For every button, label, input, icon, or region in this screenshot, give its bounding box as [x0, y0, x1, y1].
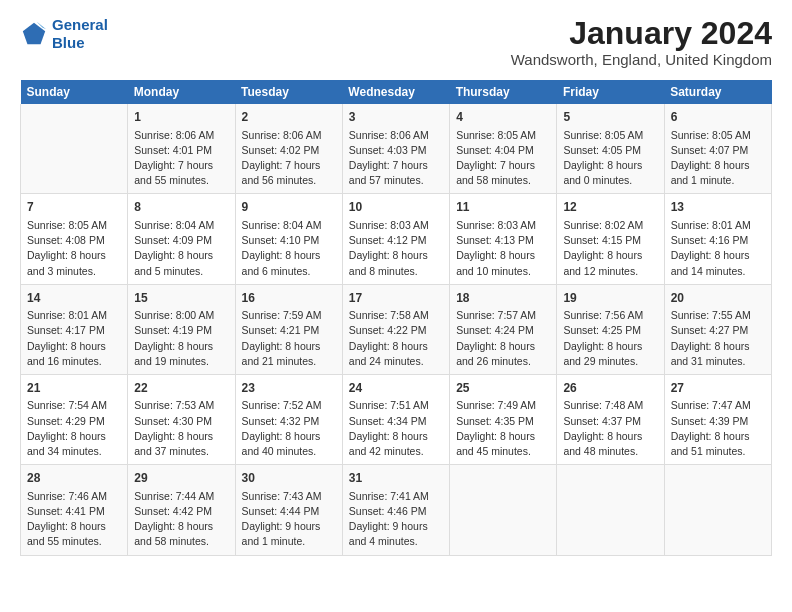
- calendar-cell: 10Sunrise: 8:03 AMSunset: 4:12 PMDayligh…: [342, 194, 449, 284]
- calendar-cell: 30Sunrise: 7:43 AMSunset: 4:44 PMDayligh…: [235, 465, 342, 555]
- day-number: 28: [27, 470, 121, 487]
- day-info: Sunrise: 8:03 AMSunset: 4:13 PMDaylight:…: [456, 218, 550, 279]
- day-info: Sunrise: 8:03 AMSunset: 4:12 PMDaylight:…: [349, 218, 443, 279]
- calendar-cell: 9Sunrise: 8:04 AMSunset: 4:10 PMDaylight…: [235, 194, 342, 284]
- day-number: 22: [134, 380, 228, 397]
- day-number: 4: [456, 109, 550, 126]
- calendar-cell: 8Sunrise: 8:04 AMSunset: 4:09 PMDaylight…: [128, 194, 235, 284]
- calendar-cell: 12Sunrise: 8:02 AMSunset: 4:15 PMDayligh…: [557, 194, 664, 284]
- day-number: 12: [563, 199, 657, 216]
- day-info: Sunrise: 7:46 AMSunset: 4:41 PMDaylight:…: [27, 489, 121, 550]
- day-info: Sunrise: 8:05 AMSunset: 4:04 PMDaylight:…: [456, 128, 550, 189]
- day-number: 19: [563, 290, 657, 307]
- day-number: 7: [27, 199, 121, 216]
- calendar-cell: 31Sunrise: 7:41 AMSunset: 4:46 PMDayligh…: [342, 465, 449, 555]
- calendar-subtitle: Wandsworth, England, United Kingdom: [511, 51, 772, 68]
- day-number: 20: [671, 290, 765, 307]
- calendar-cell: [664, 465, 771, 555]
- calendar-cell: 27Sunrise: 7:47 AMSunset: 4:39 PMDayligh…: [664, 374, 771, 464]
- calendar-cell: 25Sunrise: 7:49 AMSunset: 4:35 PMDayligh…: [450, 374, 557, 464]
- day-info: Sunrise: 8:01 AMSunset: 4:16 PMDaylight:…: [671, 218, 765, 279]
- day-number: 9: [242, 199, 336, 216]
- logo-line1: General: [52, 16, 108, 33]
- day-number: 10: [349, 199, 443, 216]
- day-info: Sunrise: 8:01 AMSunset: 4:17 PMDaylight:…: [27, 308, 121, 369]
- day-number: 11: [456, 199, 550, 216]
- day-info: Sunrise: 7:58 AMSunset: 4:22 PMDaylight:…: [349, 308, 443, 369]
- day-header-wednesday: Wednesday: [342, 80, 449, 104]
- page-header: General Blue January 2024 Wandsworth, En…: [20, 16, 772, 68]
- calendar-cell: 13Sunrise: 8:01 AMSunset: 4:16 PMDayligh…: [664, 194, 771, 284]
- day-number: 26: [563, 380, 657, 397]
- calendar-cell: 28Sunrise: 7:46 AMSunset: 4:41 PMDayligh…: [21, 465, 128, 555]
- day-number: 17: [349, 290, 443, 307]
- calendar-cell: 20Sunrise: 7:55 AMSunset: 4:27 PMDayligh…: [664, 284, 771, 374]
- calendar-week-row: 7Sunrise: 8:05 AMSunset: 4:08 PMDaylight…: [21, 194, 772, 284]
- day-number: 27: [671, 380, 765, 397]
- calendar-cell: 14Sunrise: 8:01 AMSunset: 4:17 PMDayligh…: [21, 284, 128, 374]
- calendar-cell: 15Sunrise: 8:00 AMSunset: 4:19 PMDayligh…: [128, 284, 235, 374]
- calendar-title: January 2024: [511, 16, 772, 51]
- logo-line2: Blue: [52, 34, 85, 51]
- day-number: 16: [242, 290, 336, 307]
- day-info: Sunrise: 8:06 AMSunset: 4:03 PMDaylight:…: [349, 128, 443, 189]
- day-info: Sunrise: 7:52 AMSunset: 4:32 PMDaylight:…: [242, 398, 336, 459]
- calendar-header-row: SundayMondayTuesdayWednesdayThursdayFrid…: [21, 80, 772, 104]
- calendar-week-row: 1Sunrise: 8:06 AMSunset: 4:01 PMDaylight…: [21, 104, 772, 194]
- calendar-cell: 21Sunrise: 7:54 AMSunset: 4:29 PMDayligh…: [21, 374, 128, 464]
- day-header-saturday: Saturday: [664, 80, 771, 104]
- day-info: Sunrise: 8:06 AMSunset: 4:01 PMDaylight:…: [134, 128, 228, 189]
- day-info: Sunrise: 8:02 AMSunset: 4:15 PMDaylight:…: [563, 218, 657, 279]
- day-info: Sunrise: 8:06 AMSunset: 4:02 PMDaylight:…: [242, 128, 336, 189]
- day-header-thursday: Thursday: [450, 80, 557, 104]
- calendar-cell: 7Sunrise: 8:05 AMSunset: 4:08 PMDaylight…: [21, 194, 128, 284]
- day-info: Sunrise: 8:05 AMSunset: 4:07 PMDaylight:…: [671, 128, 765, 189]
- day-info: Sunrise: 7:51 AMSunset: 4:34 PMDaylight:…: [349, 398, 443, 459]
- day-header-friday: Friday: [557, 80, 664, 104]
- day-number: 1: [134, 109, 228, 126]
- day-info: Sunrise: 7:47 AMSunset: 4:39 PMDaylight:…: [671, 398, 765, 459]
- day-header-monday: Monday: [128, 80, 235, 104]
- calendar-cell: 5Sunrise: 8:05 AMSunset: 4:05 PMDaylight…: [557, 104, 664, 194]
- day-header-tuesday: Tuesday: [235, 80, 342, 104]
- day-info: Sunrise: 7:57 AMSunset: 4:24 PMDaylight:…: [456, 308, 550, 369]
- calendar-week-row: 21Sunrise: 7:54 AMSunset: 4:29 PMDayligh…: [21, 374, 772, 464]
- day-number: 5: [563, 109, 657, 126]
- calendar-week-row: 28Sunrise: 7:46 AMSunset: 4:41 PMDayligh…: [21, 465, 772, 555]
- page-container: General Blue January 2024 Wandsworth, En…: [0, 0, 792, 566]
- calendar-cell: [21, 104, 128, 194]
- calendar-cell: 11Sunrise: 8:03 AMSunset: 4:13 PMDayligh…: [450, 194, 557, 284]
- day-number: 21: [27, 380, 121, 397]
- day-number: 18: [456, 290, 550, 307]
- calendar-cell: 18Sunrise: 7:57 AMSunset: 4:24 PMDayligh…: [450, 284, 557, 374]
- day-info: Sunrise: 7:55 AMSunset: 4:27 PMDaylight:…: [671, 308, 765, 369]
- calendar-cell: 24Sunrise: 7:51 AMSunset: 4:34 PMDayligh…: [342, 374, 449, 464]
- calendar-cell: 22Sunrise: 7:53 AMSunset: 4:30 PMDayligh…: [128, 374, 235, 464]
- calendar-cell: 3Sunrise: 8:06 AMSunset: 4:03 PMDaylight…: [342, 104, 449, 194]
- day-number: 3: [349, 109, 443, 126]
- calendar-cell: 19Sunrise: 7:56 AMSunset: 4:25 PMDayligh…: [557, 284, 664, 374]
- calendar-cell: 17Sunrise: 7:58 AMSunset: 4:22 PMDayligh…: [342, 284, 449, 374]
- day-number: 25: [456, 380, 550, 397]
- calendar-cell: 26Sunrise: 7:48 AMSunset: 4:37 PMDayligh…: [557, 374, 664, 464]
- day-number: 31: [349, 470, 443, 487]
- calendar-week-row: 14Sunrise: 8:01 AMSunset: 4:17 PMDayligh…: [21, 284, 772, 374]
- day-info: Sunrise: 8:05 AMSunset: 4:08 PMDaylight:…: [27, 218, 121, 279]
- calendar-cell: [450, 465, 557, 555]
- calendar-cell: 1Sunrise: 8:06 AMSunset: 4:01 PMDaylight…: [128, 104, 235, 194]
- day-number: 30: [242, 470, 336, 487]
- day-info: Sunrise: 8:04 AMSunset: 4:09 PMDaylight:…: [134, 218, 228, 279]
- calendar-cell: [557, 465, 664, 555]
- calendar-cell: 6Sunrise: 8:05 AMSunset: 4:07 PMDaylight…: [664, 104, 771, 194]
- day-number: 13: [671, 199, 765, 216]
- day-number: 8: [134, 199, 228, 216]
- title-area: January 2024 Wandsworth, England, United…: [511, 16, 772, 68]
- calendar-cell: 16Sunrise: 7:59 AMSunset: 4:21 PMDayligh…: [235, 284, 342, 374]
- day-info: Sunrise: 7:41 AMSunset: 4:46 PMDaylight:…: [349, 489, 443, 550]
- day-info: Sunrise: 8:05 AMSunset: 4:05 PMDaylight:…: [563, 128, 657, 189]
- day-info: Sunrise: 7:43 AMSunset: 4:44 PMDaylight:…: [242, 489, 336, 550]
- day-info: Sunrise: 7:44 AMSunset: 4:42 PMDaylight:…: [134, 489, 228, 550]
- logo: General Blue: [20, 16, 108, 52]
- day-number: 15: [134, 290, 228, 307]
- day-number: 24: [349, 380, 443, 397]
